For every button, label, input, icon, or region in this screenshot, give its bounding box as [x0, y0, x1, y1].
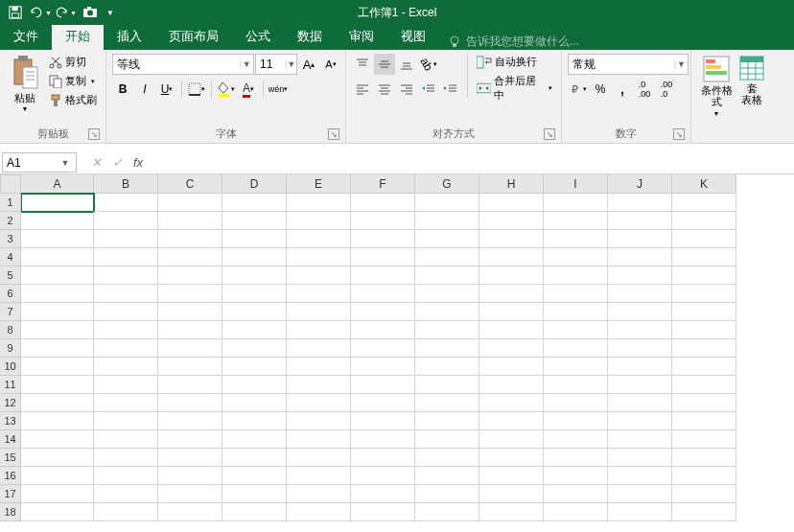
italic-button[interactable]: I — [134, 79, 155, 100]
cell[interactable] — [479, 449, 544, 467]
number-format-combo[interactable]: ▼ — [568, 54, 689, 75]
format-painter-button[interactable]: 格式刷 — [46, 92, 100, 108]
cell[interactable] — [287, 394, 351, 412]
align-center-button[interactable] — [374, 79, 395, 100]
cell[interactable] — [544, 412, 608, 430]
decrease-indent-button[interactable] — [418, 79, 439, 100]
bold-button[interactable]: B — [112, 79, 133, 100]
cell[interactable] — [544, 266, 608, 285]
percent-button[interactable]: % — [590, 79, 611, 100]
cell[interactable] — [94, 303, 158, 321]
row-header[interactable]: 14 — [0, 430, 21, 449]
cell[interactable] — [608, 230, 672, 248]
increase-decimal-button[interactable]: .0.00 — [634, 79, 655, 100]
row-header[interactable]: 15 — [0, 449, 21, 467]
cell[interactable] — [415, 358, 479, 376]
cell[interactable] — [544, 212, 608, 230]
tab-file[interactable]: 文件 — [0, 23, 52, 50]
cell[interactable] — [479, 430, 544, 449]
cell[interactable] — [21, 321, 94, 339]
cell[interactable] — [21, 303, 94, 321]
cell[interactable] — [351, 430, 415, 449]
cell[interactable] — [222, 485, 287, 503]
cell[interactable] — [21, 430, 94, 449]
cell[interactable] — [544, 376, 608, 394]
cell[interactable] — [608, 485, 672, 503]
comma-button[interactable]: , — [612, 79, 633, 100]
cell[interactable] — [94, 339, 158, 358]
cell[interactable] — [351, 503, 415, 521]
cell[interactable] — [608, 303, 672, 321]
cell[interactable] — [158, 449, 222, 467]
chevron-down-icon[interactable]: ▼ — [286, 59, 296, 69]
cell[interactable] — [158, 485, 222, 503]
cell[interactable] — [544, 449, 608, 467]
row-header[interactable]: 7 — [0, 303, 21, 321]
wrap-text-button[interactable]: 自动换行 — [474, 54, 555, 70]
chevron-down-icon[interactable]: ▼ — [674, 59, 688, 69]
column-header[interactable]: D — [222, 174, 287, 194]
cell[interactable] — [94, 212, 158, 230]
number-dialog-launcher[interactable]: ↘ — [673, 128, 685, 140]
cell[interactable] — [672, 285, 736, 303]
border-button[interactable]: ▾ — [186, 79, 207, 100]
tab-home[interactable]: 开始 — [52, 23, 104, 50]
cell[interactable] — [608, 449, 672, 467]
cell[interactable] — [287, 467, 351, 485]
increase-indent-button[interactable] — [440, 79, 461, 100]
cell[interactable] — [158, 412, 222, 430]
cell[interactable] — [351, 248, 415, 266]
cell[interactable] — [479, 503, 544, 521]
cell[interactable] — [351, 266, 415, 285]
camera-button[interactable] — [79, 2, 102, 23]
cell[interactable] — [415, 485, 479, 503]
cell[interactable] — [608, 212, 672, 230]
cell[interactable] — [158, 321, 222, 339]
cell[interactable] — [158, 285, 222, 303]
cell[interactable] — [351, 358, 415, 376]
cell[interactable] — [672, 212, 736, 230]
cell[interactable] — [21, 412, 94, 430]
font-size-combo[interactable]: ▼ — [255, 54, 297, 75]
cell[interactable] — [479, 467, 544, 485]
cell[interactable] — [544, 321, 608, 339]
row-header[interactable]: 3 — [0, 230, 21, 248]
cell[interactable] — [479, 394, 544, 412]
cell[interactable] — [158, 467, 222, 485]
cell[interactable] — [415, 321, 479, 339]
cell[interactable] — [608, 266, 672, 285]
cell[interactable] — [21, 285, 94, 303]
redo-button[interactable]: ▼ — [54, 2, 77, 23]
cell[interactable] — [21, 248, 94, 266]
cell[interactable] — [415, 376, 479, 394]
cell[interactable] — [158, 303, 222, 321]
cell[interactable] — [287, 248, 351, 266]
cell[interactable] — [351, 412, 415, 430]
chevron-down-icon[interactable]: ▼ — [57, 158, 74, 168]
cell[interactable] — [672, 449, 736, 467]
cell[interactable] — [94, 194, 158, 212]
cell[interactable] — [479, 194, 544, 212]
cell[interactable] — [415, 339, 479, 358]
cell[interactable] — [287, 430, 351, 449]
conditional-formatting-button[interactable]: 条件格式▾ — [697, 54, 736, 118]
cell[interactable] — [415, 230, 479, 248]
underline-button[interactable]: U▾ — [156, 79, 177, 100]
cell[interactable] — [608, 194, 672, 212]
row-header[interactable]: 6 — [0, 285, 21, 303]
cell[interactable] — [479, 376, 544, 394]
cell[interactable] — [415, 303, 479, 321]
chevron-down-icon[interactable]: ▼ — [240, 59, 253, 69]
name-box[interactable]: ▼ — [2, 152, 77, 173]
cell[interactable] — [672, 394, 736, 412]
tab-page-layout[interactable]: 页面布局 — [155, 23, 232, 50]
cell[interactable] — [479, 358, 544, 376]
format-as-table-button[interactable]: 套 表格 — [737, 54, 766, 105]
cell[interactable] — [479, 266, 544, 285]
column-header[interactable]: H — [479, 174, 544, 194]
column-header[interactable]: K — [672, 174, 736, 194]
cell[interactable] — [415, 503, 479, 521]
cell[interactable] — [94, 358, 158, 376]
cell[interactable] — [608, 376, 672, 394]
cell[interactable] — [415, 412, 479, 430]
